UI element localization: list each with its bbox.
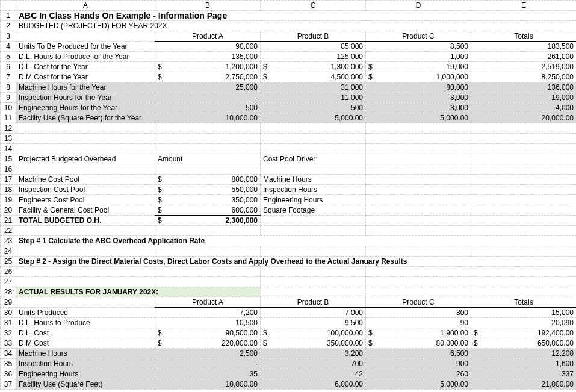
actual-title[interactable]: ACTUAL RESULTS FOR JANUARY 202X: (16, 287, 261, 297)
row-header[interactable]: 1 (1, 11, 16, 21)
row-header[interactable]: 27 (1, 277, 16, 287)
cell[interactable]: 7,200 (155, 308, 261, 318)
cell[interactable] (366, 277, 471, 287)
cell[interactable]: 20,090 (471, 318, 577, 328)
cell[interactable]: Inspection Hours (261, 185, 366, 195)
cell[interactable] (366, 144, 471, 154)
cell[interactable]: 10,500 (155, 318, 261, 328)
header-product-c[interactable]: Product C (366, 297, 471, 308)
label-eh[interactable]: Engineering Hours for the Year (16, 103, 155, 113)
row-header[interactable]: 28 (1, 287, 16, 297)
row-header[interactable]: 12 (1, 123, 16, 134)
cell[interactable]: 3,200 (261, 349, 366, 359)
label[interactable]: D.L. Hours to Produce (16, 318, 155, 328)
oh-label[interactable]: Facility & General Cost Pool (16, 205, 155, 216)
row-header[interactable]: 25 (1, 257, 16, 267)
cell[interactable] (471, 216, 577, 226)
cell[interactable]: 136,000 (471, 82, 577, 93)
row-header[interactable]: 13 (1, 134, 16, 144)
cell[interactable]: Engineering Hours (261, 195, 366, 205)
cell[interactable]: $100,000.00 (261, 328, 366, 338)
subtitle[interactable]: BUDGETED (PROJECTED) FOR YEAR 202X (16, 21, 577, 31)
cell[interactable]: $1,200,000 (155, 62, 261, 72)
cell[interactable]: - (155, 359, 261, 369)
col-header-E[interactable]: E (471, 1, 577, 11)
cell[interactable] (366, 216, 471, 226)
row-header[interactable]: 2 (1, 21, 16, 31)
row-header[interactable]: 16 (1, 164, 16, 175)
cell[interactable] (366, 185, 471, 195)
corner-cell[interactable] (1, 1, 16, 11)
cell[interactable] (366, 246, 471, 257)
col-header-D[interactable]: D (366, 1, 471, 11)
cell[interactable]: 10,000.00 (155, 113, 261, 123)
cell[interactable] (366, 205, 471, 216)
cell[interactable] (155, 164, 261, 175)
page-title[interactable]: ABC In Class Hands On Example - Informat… (16, 11, 577, 21)
cell[interactable] (471, 226, 577, 236)
cell[interactable]: 25,000 (155, 82, 261, 93)
row-header[interactable]: 22 (1, 226, 16, 236)
cell[interactable]: $220,000.00 (155, 338, 261, 349)
cell[interactable] (155, 123, 261, 134)
cell[interactable]: 700 (261, 359, 366, 369)
cell[interactable]: $90,500.00 (155, 328, 261, 338)
cell[interactable]: 85,000 (261, 42, 366, 52)
cell[interactable]: $550,000 (155, 185, 261, 195)
cell[interactable] (366, 267, 471, 277)
cell[interactable]: $650,000.00 (471, 338, 577, 349)
cell[interactable]: 15,000 (471, 308, 577, 318)
cell[interactable]: 10,000.00 (155, 379, 261, 390)
cell[interactable]: 42 (261, 369, 366, 379)
row-header[interactable]: 11 (1, 113, 16, 123)
row-header[interactable]: 23 (1, 236, 16, 246)
col-header-A[interactable]: A (16, 1, 155, 11)
cell[interactable]: 12,200 (471, 349, 577, 359)
cell[interactable] (261, 134, 366, 144)
row-header[interactable]: 18 (1, 185, 16, 195)
cell[interactable]: 5,000.00 (366, 113, 471, 123)
cell[interactable]: 500 (261, 103, 366, 113)
cell[interactable] (16, 246, 155, 257)
cell[interactable]: $80,000.00 (366, 338, 471, 349)
cell[interactable] (261, 216, 366, 226)
cell[interactable]: 3,000 (366, 103, 471, 113)
cell[interactable] (471, 185, 577, 195)
oh-label[interactable]: Inspection Cost Pool (16, 185, 155, 195)
cell[interactable] (471, 144, 577, 154)
cell[interactable] (366, 123, 471, 134)
label-dmc[interactable]: D.M Cost for the Year (16, 72, 155, 82)
cell[interactable]: $800,000 (155, 175, 261, 185)
row-header[interactable]: 3 (1, 31, 16, 42)
cell[interactable] (261, 267, 366, 277)
label-dlh[interactable]: D.L. Hours to Produce for the Year (16, 52, 155, 62)
spreadsheet-grid[interactable]: A B C D E 1 ABC In Class Hands On Exampl… (0, 0, 576, 390)
row-header[interactable]: 36 (1, 369, 16, 379)
cell[interactable]: 19,000 (471, 93, 577, 103)
header-product-b[interactable]: Product B (261, 297, 366, 308)
cell[interactable]: $2,750,000 (155, 72, 261, 82)
cell[interactable]: 260 (366, 369, 471, 379)
cell[interactable] (16, 226, 155, 236)
cell[interactable] (366, 226, 471, 236)
cell[interactable]: $350,000 (155, 195, 261, 205)
cell[interactable] (471, 195, 577, 205)
cell[interactable] (471, 287, 577, 297)
cell[interactable] (16, 297, 155, 308)
row-header[interactable]: 17 (1, 175, 16, 185)
cell[interactable] (155, 144, 261, 154)
row-header[interactable]: 32 (1, 328, 16, 338)
header-totals[interactable]: Totals (471, 297, 577, 308)
cell[interactable]: 5,000.00 (366, 379, 471, 390)
cell[interactable]: 7,000 (261, 308, 366, 318)
row-header[interactable]: 31 (1, 318, 16, 328)
cell[interactable] (366, 175, 471, 185)
cell[interactable] (471, 267, 577, 277)
row-header[interactable]: 6 (1, 62, 16, 72)
cell[interactable]: 90,000 (155, 42, 261, 52)
cell[interactable]: $1,900.00 (366, 328, 471, 338)
cell[interactable]: 2,500 (155, 349, 261, 359)
row-header[interactable]: 21 (1, 216, 16, 226)
cell[interactable] (366, 195, 471, 205)
cell[interactable] (155, 226, 261, 236)
